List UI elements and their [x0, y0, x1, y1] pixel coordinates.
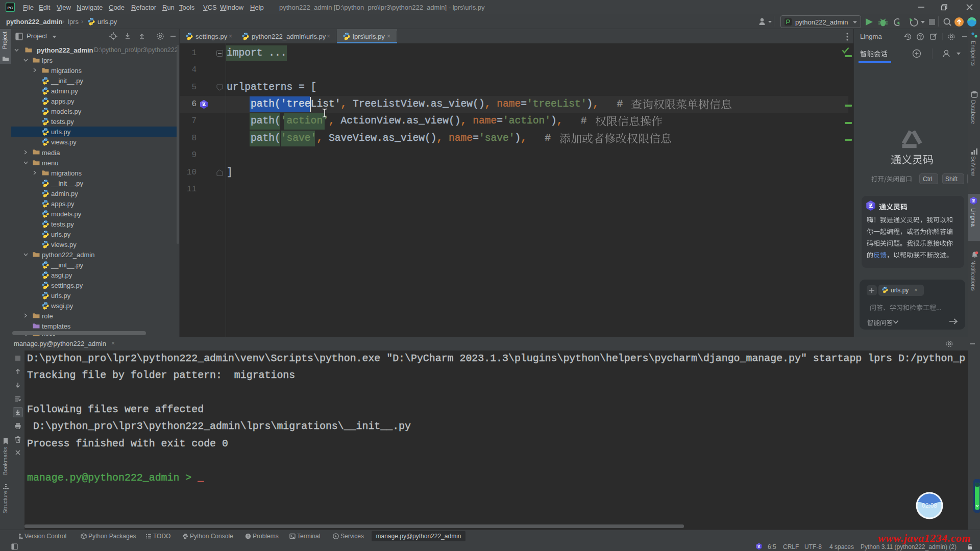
svg-text:02:08: 02:08 — [922, 502, 937, 509]
